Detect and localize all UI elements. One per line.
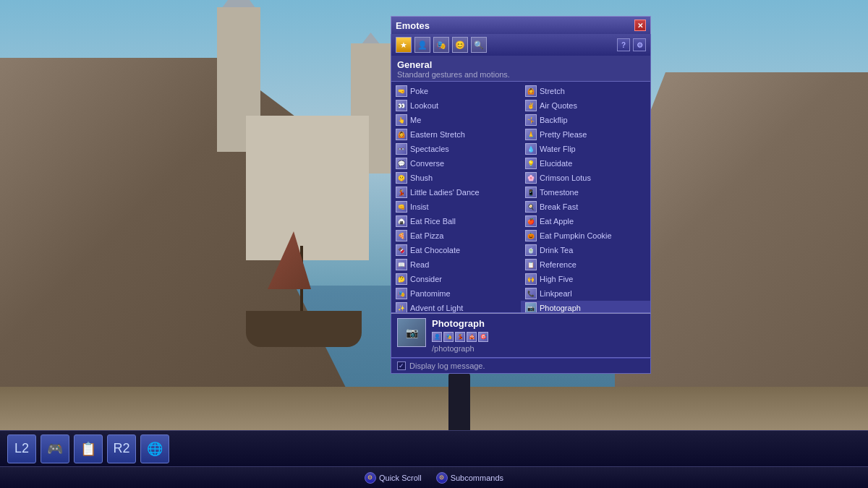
item-icon-eat-apple: 🍎 xyxy=(525,215,537,227)
list-item[interactable]: 💃 Little Ladies' Dance xyxy=(391,185,521,200)
list-item[interactable]: 👀 Lookout xyxy=(391,98,521,113)
item-label-stretch: Stretch xyxy=(540,87,565,95)
display-log-label: Display log message. xyxy=(409,361,485,370)
list-item[interactable]: 📞 Linkpearl xyxy=(521,286,650,301)
dialog-titlebar: Emotes ✕ xyxy=(391,16,651,34)
taskbar-icon-menu[interactable]: 📋 xyxy=(74,435,103,463)
item-icon-elucidate: 💡 xyxy=(525,158,537,169)
list-item[interactable]: 🎭 Pantomime xyxy=(391,286,521,301)
bottom-bar: ⊙ Quick Scroll ⊙ Subcommands xyxy=(0,466,868,488)
toolbar-favorites-icon[interactable]: ★ xyxy=(396,37,412,53)
emotes-list[interactable]: 🤜 Poke 👀 Lookout 👆 Me 🙆 Eastern Stretch … xyxy=(391,82,651,313)
quick-scroll-label: Quick Scroll xyxy=(379,474,422,482)
toolbar-help-icon[interactable]: ? xyxy=(617,38,630,51)
item-icon-spectacles: 👓 xyxy=(396,143,407,155)
display-log-checkbox[interactable] xyxy=(397,361,406,370)
list-item[interactable]: 🙏 Pretty Please xyxy=(521,127,650,142)
left-column: 🤜 Poke 👀 Lookout 👆 Me 🙆 Eastern Stretch … xyxy=(391,84,521,313)
item-label-shush: Shush xyxy=(410,174,433,182)
item-label-tomestone: Tomestone xyxy=(540,188,579,197)
item-icon-eastern-stretch: 🙆 xyxy=(396,129,407,140)
item-icon-stretch: 🙆 xyxy=(525,85,537,97)
item-label-elucidate: Elucidate xyxy=(540,159,572,168)
player-character xyxy=(448,372,470,430)
item-label-pantomime: Pantomime xyxy=(410,289,451,298)
detail-sub-icon-4: 🎪 xyxy=(467,332,477,342)
item-label-air-quotes: Air Quotes xyxy=(540,101,577,110)
detail-icons-row: 👤 🎭 💃 🎪 🎯 xyxy=(432,332,644,342)
toolbar-face-icon[interactable]: 😊 xyxy=(452,37,468,53)
list-item[interactable]: 👆 Me xyxy=(391,113,521,127)
list-item[interactable]: 🤫 Shush xyxy=(391,171,521,185)
list-item[interactable]: 🍕 Eat Pizza xyxy=(391,228,521,243)
list-item[interactable]: 💧 Water Flip xyxy=(521,142,650,156)
item-label-water-flip: Water Flip xyxy=(540,145,576,153)
category-header: General Standard gestures and motions. xyxy=(391,56,651,81)
list-item[interactable]: ✌ Air Quotes xyxy=(521,98,650,113)
item-icon-photograph: 📷 xyxy=(525,302,537,313)
toolbar-search-icon[interactable]: 🔍 xyxy=(471,37,487,53)
list-item[interactable]: 🍙 Eat Rice Ball xyxy=(391,214,521,228)
item-icon-air-quotes: ✌ xyxy=(525,100,537,111)
list-item[interactable]: 🌸 Crimson Lotus xyxy=(521,171,650,185)
detail-command: /photograph xyxy=(432,344,644,353)
item-label-eat-apple: Eat Apple xyxy=(540,217,574,226)
list-item[interactable]: 🙆 Eastern Stretch xyxy=(391,127,521,142)
detail-sub-icon-3: 💃 xyxy=(455,332,465,342)
list-item[interactable]: 🍳 Break Fast xyxy=(521,200,650,214)
category-description: Standard gestures and motions. xyxy=(397,70,644,79)
list-item[interactable]: 🤜 Poke xyxy=(391,84,521,98)
list-item[interactable]: 🙆 Stretch xyxy=(521,84,650,98)
list-item[interactable]: 🤔 Consider xyxy=(391,272,521,286)
detail-text: Photograph 👤 🎭 💃 🎪 🎯 /photograph xyxy=(432,318,644,353)
item-label-consider: Consider xyxy=(410,275,442,283)
list-item[interactable]: 🎃 Eat Pumpkin Cookie xyxy=(521,228,650,243)
item-icon-poke: 🤜 xyxy=(396,85,407,97)
list-item[interactable]: 🍵 Drink Tea xyxy=(521,243,650,257)
list-item[interactable]: 📱 Tomestone xyxy=(521,185,650,200)
list-item[interactable]: 👊 Insist xyxy=(391,200,521,214)
taskbar-icon-l2[interactable]: L2 xyxy=(7,435,36,463)
item-icon-tomestone: 📱 xyxy=(525,187,537,198)
item-icon-read: 📖 xyxy=(396,259,407,270)
item-icon-shush: 🤫 xyxy=(396,172,407,184)
subcommands-item: ⊙ Subcommands xyxy=(436,472,503,484)
list-item[interactable]: 📖 Read xyxy=(391,257,521,272)
quick-scroll-button-icon: ⊙ xyxy=(365,472,376,484)
item-icon-backflip: 🤸 xyxy=(525,114,537,126)
list-item[interactable]: 🍫 Eat Chocolate xyxy=(391,243,521,257)
detail-panel: 📷 Photograph 👤 🎭 💃 🎪 🎯 /photograph xyxy=(391,313,651,358)
castle-body xyxy=(246,116,369,260)
toolbar-settings-icon[interactable]: ⚙ xyxy=(633,38,646,51)
list-item[interactable]: 🙌 High Five xyxy=(521,272,650,286)
subcommands-label: Subcommands xyxy=(451,474,503,482)
item-icon-me: 👆 xyxy=(396,114,407,126)
item-label-me: Me xyxy=(410,116,421,124)
taskbar-icon-globe[interactable]: 🌐 xyxy=(140,435,169,463)
toolbar-character-icon[interactable]: 👤 xyxy=(414,37,430,53)
list-columns: 🤜 Poke 👀 Lookout 👆 Me 🙆 Eastern Stretch … xyxy=(391,84,650,313)
list-item[interactable]: 🤸 Backflip xyxy=(521,113,650,127)
detail-item-icon: 📷 xyxy=(397,318,426,347)
list-item[interactable]: ✨ Advent of Light xyxy=(391,301,521,313)
item-label-reference: Reference xyxy=(540,260,576,269)
toolbar-emote-icon[interactable]: 🎭 xyxy=(433,37,449,53)
list-item[interactable]: 📋 Reference xyxy=(521,257,650,272)
item-icon-eat-chocolate: 🍫 xyxy=(396,244,407,256)
list-item[interactable]: 👓 Spectacles xyxy=(391,142,521,156)
item-label-lookout: Lookout xyxy=(410,101,438,110)
emotes-dialog: Emotes ✕ ★ 👤 🎭 😊 🔍 ? ⚙ General Standard … xyxy=(391,16,651,374)
item-icon-advent-of-light: ✨ xyxy=(396,302,407,313)
close-button[interactable]: ✕ xyxy=(634,20,646,31)
item-label-read: Read xyxy=(410,260,429,269)
item-label-pretty-please: Pretty Please xyxy=(540,130,587,139)
list-item[interactable]: 💬 Converse xyxy=(391,156,521,171)
list-item[interactable]: 💡 Elucidate xyxy=(521,156,650,171)
list-item-photograph[interactable]: 📷 Photograph xyxy=(521,301,650,313)
item-label-break-fast: Break Fast xyxy=(540,202,578,211)
taskbar-icon-controller[interactable]: 🎮 xyxy=(41,435,69,463)
item-label-eastern-stretch: Eastern Stretch xyxy=(410,130,465,139)
item-icon-pretty-please: 🙏 xyxy=(525,129,537,140)
list-item[interactable]: 🍎 Eat Apple xyxy=(521,214,650,228)
taskbar-icon-r2[interactable]: R2 xyxy=(107,435,136,463)
